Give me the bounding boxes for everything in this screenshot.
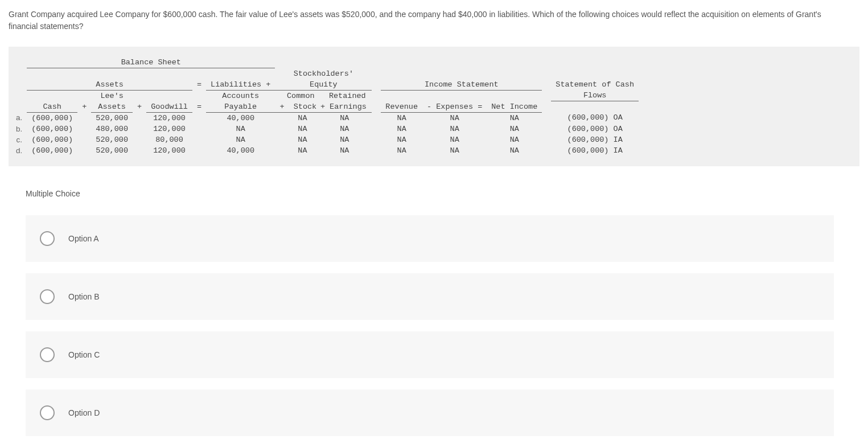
- cell-revenue: NA: [381, 112, 422, 124]
- header-eq2: =: [192, 101, 206, 113]
- cell-stock: NA: [281, 114, 323, 122]
- option-d[interactable]: Option D: [26, 389, 834, 436]
- cell-goodwill: 120,000: [146, 112, 192, 124]
- header-revenue: Revenue: [381, 101, 422, 113]
- cell-netincome: NA: [487, 124, 542, 134]
- cell-goodwill: 120,000: [146, 145, 192, 156]
- header-liabilities: Liabilities +: [206, 79, 275, 91]
- header-flows: Flows: [551, 90, 639, 101]
- row-label: c.: [11, 134, 27, 145]
- table-row: b. (600,000) 480,000 120,000 NA NANA NA …: [11, 124, 639, 134]
- table-row: d. (600,000) 520,000 120,000 40,000 NANA…: [11, 145, 639, 156]
- option-text: Option C: [68, 350, 100, 359]
- header-plus2: +: [133, 101, 146, 113]
- header-lees-assets: Assets: [91, 101, 133, 113]
- cell-payable: NA: [206, 134, 275, 145]
- row-label: d.: [11, 145, 27, 156]
- cell-cashflow: (600,000) IA: [551, 134, 639, 145]
- cell-earnings: NA: [323, 146, 365, 155]
- cell-stock: NA: [281, 146, 323, 155]
- cell-expenses: NA: [422, 124, 487, 134]
- header-lees: Lee's: [91, 90, 133, 101]
- cell-cash: (600,000): [27, 145, 77, 156]
- cell-revenue: NA: [381, 134, 422, 145]
- cell-cashflow: (600,000) OA: [551, 112, 639, 124]
- header-minus-exp: - Expenses =: [422, 101, 487, 113]
- header-payable: Payable: [206, 101, 275, 113]
- option-text: Option D: [68, 408, 100, 417]
- header-eq: =: [192, 79, 206, 91]
- cell-netincome: NA: [487, 112, 542, 124]
- cell-cash: (600,000): [27, 124, 77, 134]
- cell-lees: 520,000: [91, 112, 133, 124]
- cell-goodwill: 120,000: [146, 124, 192, 134]
- table-row: c. (600,000) 520,000 80,000 NA NANA NA N…: [11, 134, 639, 145]
- header-income-stmt: Income Statement: [381, 79, 542, 91]
- cell-earnings: NA: [323, 136, 365, 144]
- cell-payable: 40,000: [206, 112, 275, 124]
- radio-icon[interactable]: [40, 289, 55, 304]
- header-goodwill: Goodwill: [146, 101, 192, 113]
- header-plus3: + Stock: [279, 102, 315, 111]
- header-plus-earnings: + Earnings: [319, 102, 368, 111]
- multiple-choice-label: Multiple Choice: [26, 189, 859, 198]
- option-b[interactable]: Option B: [26, 273, 834, 320]
- cell-cashflow: (600,000) OA: [551, 124, 639, 134]
- cell-payable: 40,000: [206, 145, 275, 156]
- cell-lees: 520,000: [91, 145, 133, 156]
- option-a[interactable]: Option A: [26, 215, 834, 262]
- cell-stock: NA: [281, 136, 323, 144]
- cell-lees: 480,000: [91, 124, 133, 134]
- financial-table: Balance Sheet Stockholders' Assets = Lia…: [11, 57, 639, 156]
- cell-goodwill: 80,000: [146, 134, 192, 145]
- header-plus1: +: [77, 101, 91, 113]
- header-common: Common: [279, 92, 322, 100]
- option-text: Option A: [68, 234, 99, 243]
- cell-expenses: NA: [422, 145, 487, 156]
- row-label: b.: [11, 124, 27, 134]
- header-accounts: Accounts: [206, 90, 275, 101]
- cell-payable: NA: [206, 124, 275, 134]
- header-assets: Assets: [27, 79, 192, 91]
- radio-icon[interactable]: [40, 347, 55, 362]
- cell-cash: (600,000): [27, 112, 77, 124]
- cell-expenses: NA: [422, 112, 487, 124]
- row-label: a.: [11, 112, 27, 124]
- option-text: Option B: [68, 292, 99, 301]
- header-stockholders: Stockholders': [275, 68, 372, 79]
- cell-revenue: NA: [381, 145, 422, 156]
- header-retained: Retained: [326, 92, 368, 100]
- table-row: a. (600,000) 520,000 120,000 40,000 NANA…: [11, 112, 639, 124]
- header-stmt-cash: Statement of Cash: [551, 79, 639, 91]
- cell-cashflow: (600,000) IA: [551, 145, 639, 156]
- radio-icon[interactable]: [40, 405, 55, 420]
- cell-earnings: NA: [323, 114, 365, 122]
- cell-netincome: NA: [487, 145, 542, 156]
- data-table-container: Balance Sheet Stockholders' Assets = Lia…: [9, 47, 859, 166]
- radio-icon[interactable]: [40, 231, 55, 246]
- option-c[interactable]: Option C: [26, 331, 834, 378]
- header-equity: Equity: [275, 79, 372, 91]
- cell-stock: NA: [281, 125, 323, 133]
- cell-expenses: NA: [422, 134, 487, 145]
- cell-revenue: NA: [381, 124, 422, 134]
- header-balance-sheet: Balance Sheet: [27, 57, 275, 68]
- cell-earnings: NA: [323, 125, 365, 133]
- header-cash: Cash: [27, 101, 77, 113]
- cell-lees: 520,000: [91, 134, 133, 145]
- cell-cash: (600,000): [27, 134, 77, 145]
- header-netincome: Net Income: [487, 101, 542, 113]
- cell-netincome: NA: [487, 134, 542, 145]
- question-text: Grant Company acquired Lee Company for $…: [9, 9, 851, 32]
